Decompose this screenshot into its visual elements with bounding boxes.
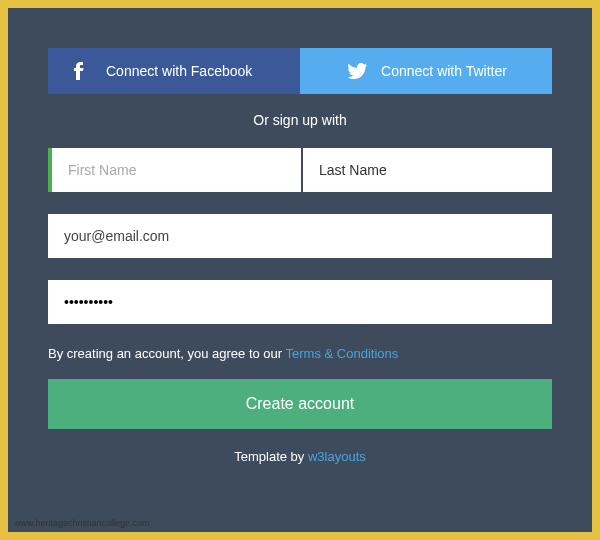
- create-account-button[interactable]: Create account: [48, 379, 552, 429]
- terms-prefix: By creating an account, you agree to our: [48, 346, 286, 361]
- first-name-input[interactable]: [52, 148, 301, 192]
- footer-prefix: Template by: [234, 449, 308, 464]
- password-input[interactable]: [48, 280, 552, 324]
- watermark-text: www.heritagechristiancollege.com: [14, 518, 150, 528]
- name-fields-row: [48, 148, 552, 192]
- signup-panel: Connect with Facebook Connect with Twitt…: [8, 8, 592, 532]
- twitter-label: Connect with Twitter: [381, 63, 507, 79]
- footer-link[interactable]: w3layouts: [308, 449, 366, 464]
- facebook-label: Connect with Facebook: [106, 63, 252, 79]
- social-buttons-row: Connect with Facebook Connect with Twitt…: [48, 48, 552, 94]
- connect-facebook-button[interactable]: Connect with Facebook: [48, 48, 300, 94]
- last-name-input[interactable]: [303, 148, 552, 192]
- footer-credit: Template by w3layouts: [48, 449, 552, 464]
- terms-link[interactable]: Terms & Conditions: [286, 346, 399, 361]
- facebook-icon: [66, 62, 90, 80]
- divider-text: Or sign up with: [48, 112, 552, 128]
- email-input[interactable]: [48, 214, 552, 258]
- connect-twitter-button[interactable]: Connect with Twitter: [300, 48, 552, 94]
- twitter-icon: [345, 63, 369, 79]
- terms-text: By creating an account, you agree to our…: [48, 346, 552, 361]
